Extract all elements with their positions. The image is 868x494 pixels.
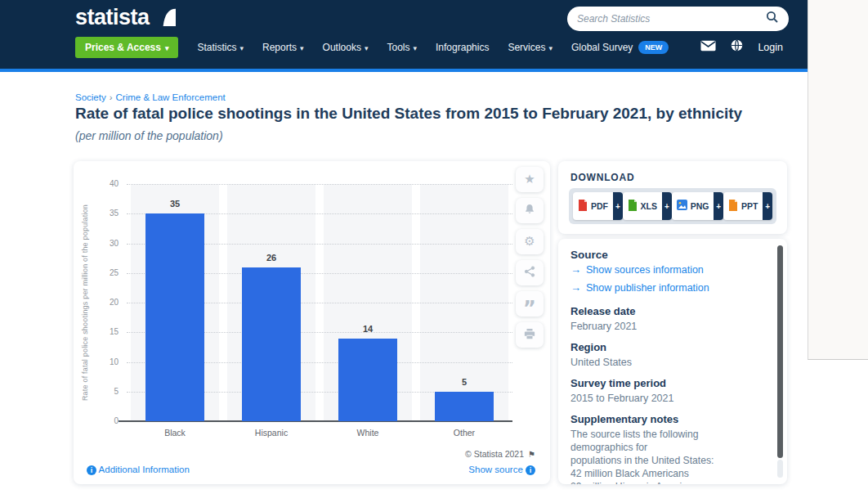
x-axis-label: Black <box>127 428 223 438</box>
flag-icon[interactable]: ⚑ <box>528 450 535 459</box>
nav-tools[interactable]: Tools▾ <box>387 42 417 53</box>
y-tick-label: 0 <box>89 416 119 425</box>
png-image-icon <box>677 200 687 213</box>
chevron-down-icon: ▾ <box>240 44 244 52</box>
new-badge: NEW <box>638 41 669 54</box>
info-icon: i <box>87 465 96 475</box>
bell-icon <box>524 204 535 218</box>
source-info-card: Source →Show sources information →Show p… <box>558 239 787 484</box>
survey-period-value: 2015 to February 2021 <box>570 392 758 405</box>
plus-icon: + <box>714 192 723 220</box>
star-icon: ★ <box>524 173 535 186</box>
nav-outlooks[interactable]: Outlooks▾ <box>323 42 369 53</box>
download-panel: PDF + XLS + PNG + PPT + <box>569 188 776 224</box>
y-tick-label: 15 <box>89 327 119 336</box>
nav-infographics[interactable]: Infographics <box>436 42 489 53</box>
chevron-down-icon: ▾ <box>414 44 418 52</box>
arrow-right-icon: → <box>570 279 581 297</box>
chevron-down-icon: ▾ <box>548 44 553 52</box>
breadcrumb-separator: › <box>110 92 113 102</box>
globe-icon[interactable] <box>731 39 743 55</box>
show-source-link[interactable]: Show source i <box>468 465 535 475</box>
download-card: DOWNLOAD PDF + XLS + PNG + PPT + <box>558 161 787 234</box>
region-heading: Region <box>570 341 758 354</box>
y-tick-label: 5 <box>89 387 119 396</box>
plus-icon: + <box>662 192 672 220</box>
source-scrollbar-thumb[interactable] <box>777 245 783 458</box>
plus-icon: + <box>613 192 623 220</box>
bar-value-label: 5 <box>416 377 512 387</box>
window-edge-panel <box>808 0 868 360</box>
print-button[interactable] <box>516 322 544 348</box>
release-date-heading: Release date <box>570 305 758 318</box>
header-accent-bar <box>0 69 808 72</box>
search-input[interactable] <box>577 13 766 25</box>
breadcrumb: Society›Crime & Law Enforcement <box>75 92 226 102</box>
header-utility-links: Login <box>700 39 783 55</box>
show-publisher-information-link[interactable]: →Show publisher information <box>570 279 758 297</box>
copyright-note: © Statista 2021⚑ <box>465 449 535 459</box>
download-title: DOWNLOAD <box>570 172 634 183</box>
settings-button[interactable]: ⚙ <box>516 229 544 254</box>
prices-access-button[interactable]: Prices & Access▾ <box>75 37 178 58</box>
source-scrollbar-track <box>777 460 783 478</box>
nav-statistics[interactable]: Statistics▾ <box>197 42 244 53</box>
info-icon: i <box>526 465 535 475</box>
bar-black <box>145 213 204 421</box>
search-bar[interactable] <box>567 7 789 31</box>
download-pdf-button[interactable]: PDF + <box>573 192 623 220</box>
xls-file-icon <box>628 200 638 213</box>
bar-value-label: 26 <box>223 253 320 263</box>
release-date-value: February 2021 <box>570 320 758 333</box>
x-axis-label: Hispanic <box>223 428 320 438</box>
show-sources-information-link[interactable]: →Show sources information <box>570 261 758 279</box>
download-png-button[interactable]: PNG + <box>672 192 723 220</box>
search-icon[interactable] <box>766 11 779 27</box>
breadcrumb-society[interactable]: Society <box>75 92 106 102</box>
source-section-title: Source <box>570 249 758 261</box>
share-icon <box>524 266 535 280</box>
y-tick-label: 30 <box>89 239 119 248</box>
bar-value-label: 14 <box>320 324 416 334</box>
gear-icon: ⚙ <box>524 236 535 248</box>
bar-value-label: 35 <box>127 199 223 209</box>
chevron-down-icon: ▾ <box>165 44 169 52</box>
x-axis-label: White <box>320 428 416 438</box>
nav-reports[interactable]: Reports▾ <box>262 42 304 53</box>
printer-icon <box>524 328 535 342</box>
download-ppt-button[interactable]: PPT + <box>723 192 772 220</box>
nav-services[interactable]: Services▾ <box>508 42 553 53</box>
arrow-right-icon: → <box>570 261 581 279</box>
statista-logo[interactable]: statista <box>75 5 176 30</box>
region-value: United States <box>570 356 758 369</box>
mail-icon[interactable] <box>700 40 716 55</box>
cite-button[interactable]: ” <box>516 291 544 317</box>
nav-global-survey[interactable]: Global SurveyNEW <box>571 42 669 53</box>
bar-white <box>338 339 397 422</box>
statista-logo-icon <box>155 6 176 29</box>
plot-area: 051015202530354035Black26Hispanic14White… <box>127 184 512 421</box>
y-tick-label: 25 <box>89 268 119 277</box>
share-button[interactable] <box>516 260 544 285</box>
main-navigation: Prices & Access▾ Statistics▾ Reports▾ Ou… <box>75 37 669 58</box>
chevron-down-icon: ▾ <box>300 44 304 52</box>
supplementary-notes-heading: Supplementary notes <box>570 413 758 426</box>
chart-tool-column: ★ ⚙ ” <box>516 167 544 348</box>
top-navigation-bar: statista Prices & Access▾ Statistics▾ Re… <box>0 0 808 69</box>
gridline <box>127 184 512 185</box>
alert-bell-button[interactable] <box>516 198 544 223</box>
y-tick-label: 35 <box>89 209 119 218</box>
chart-card: Rate of fatal police shootings per milli… <box>74 161 550 484</box>
survey-period-heading: Survey time period <box>570 377 758 390</box>
breadcrumb-crime-law[interactable]: Crime & Law Enforcement <box>116 92 226 102</box>
y-tick-label: 40 <box>89 179 119 188</box>
favorite-star-button[interactable]: ★ <box>516 167 544 192</box>
login-link[interactable]: Login <box>758 42 783 53</box>
download-xls-button[interactable]: XLS + <box>623 192 672 220</box>
x-axis-label: Other <box>416 428 512 438</box>
y-tick-label: 10 <box>89 357 119 366</box>
additional-information-link[interactable]: i Additional Information <box>87 465 190 475</box>
y-axis-title: Rate of fatal police shootings per milli… <box>81 204 89 401</box>
bar-other <box>435 392 494 421</box>
ppt-file-icon <box>728 200 738 213</box>
